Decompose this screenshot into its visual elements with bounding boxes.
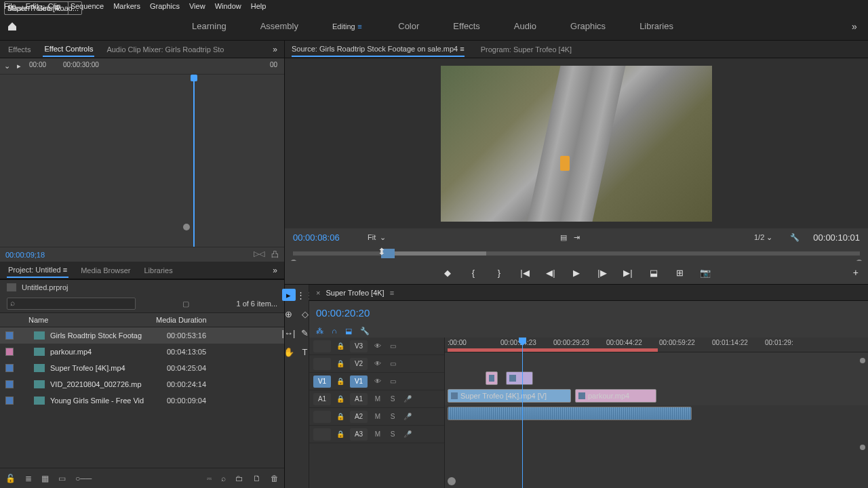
tab-effect-controls[interactable]: Effect Controls: [43, 42, 94, 57]
overflow-icon[interactable]: »: [841, 21, 868, 32]
label-color[interactable]: [5, 396, 14, 405]
clip[interactable]: Super Trofeo [4K].mp4 [V]: [448, 389, 571, 403]
settings-icon[interactable]: 🔧: [360, 327, 370, 336]
go-to-out-icon[interactable]: ▶|: [622, 268, 634, 278]
settings-icon[interactable]: 🔧: [790, 233, 800, 242]
menu-window[interactable]: Window: [215, 2, 241, 10]
track-target[interactable]: V2: [350, 358, 368, 370]
source-patch[interactable]: A1: [313, 393, 331, 405]
solo-icon[interactable]: S: [388, 395, 397, 403]
scroll-thumb[interactable]: [860, 358, 865, 363]
delete-icon[interactable]: 🗑: [271, 474, 279, 483]
clip[interactable]: [486, 371, 498, 385]
ec-toggle-icon[interactable]: 凸: [271, 249, 279, 260]
tab-effects[interactable]: Effects: [7, 43, 32, 56]
menu-view[interactable]: View: [189, 2, 205, 10]
timeline-timecode[interactable]: 00:00:20:20: [316, 307, 370, 319]
lock-icon[interactable]: 🔒: [336, 378, 344, 385]
chevron-down-icon[interactable]: ⌄: [4, 62, 10, 70]
hamburger-icon[interactable]: [357, 22, 364, 30]
label-color[interactable]: [5, 348, 14, 356]
freeform-view-icon[interactable]: ▭: [58, 474, 66, 483]
fit-dropdown[interactable]: Fit ⌄: [368, 233, 386, 242]
ws-effects[interactable]: Effects: [453, 21, 480, 31]
label-color[interactable]: [5, 380, 14, 388]
snap-icon[interactable]: ⁂: [316, 327, 323, 336]
project-item[interactable]: VID_20210804_002726.mp00:00:24:14: [0, 376, 284, 392]
ws-color[interactable]: Color: [398, 21, 419, 31]
timeline-playhead[interactable]: [522, 338, 523, 488]
sort-icon[interactable]: ⎓: [207, 474, 212, 483]
solo-icon[interactable]: S: [388, 413, 397, 420]
timeline-ruler[interactable]: :00:0000:00:14:2300:00:29:2300:00:44:220…: [445, 338, 868, 352]
col-name[interactable]: Name: [0, 316, 156, 324]
lock-icon[interactable]: 🔒: [336, 360, 344, 367]
track-target[interactable]: A1: [350, 393, 368, 405]
project-item[interactable]: Girls Roadtrip Stock Footag00:00:53:16: [0, 327, 284, 344]
timeline-tracks[interactable]: :00:0000:00:14:2300:00:29:2300:00:44:220…: [445, 338, 868, 488]
lock-icon[interactable]: 🔓: [5, 474, 16, 483]
lock-icon[interactable]: 🔒: [336, 430, 344, 438]
track-target[interactable]: A2: [350, 411, 368, 423]
tab-libraries[interactable]: Libraries: [143, 264, 174, 277]
ec-timeline[interactable]: [0, 75, 284, 247]
mute-icon[interactable]: M: [373, 430, 382, 438]
source-patch[interactable]: V1: [313, 375, 331, 388]
ripple-tool[interactable]: ⊕: [282, 308, 296, 320]
tab-project[interactable]: Project: Untitled ≡: [7, 263, 68, 278]
tab-source[interactable]: Source: Girls Roadtrip Stock Footage on …: [292, 42, 465, 57]
source-viewer[interactable]: [285, 58, 868, 228]
eye-icon[interactable]: 👁: [373, 360, 382, 367]
ec-loop-icon[interactable]: ▷◁: [254, 249, 264, 260]
tab-audio-mixer[interactable]: Audio Clip Mixer: Girls Roadtrip Sto: [105, 43, 225, 56]
ec-zoom-handle[interactable]: [183, 224, 190, 230]
voice-icon[interactable]: 🎤: [403, 430, 412, 438]
audio-clip[interactable]: [448, 407, 692, 420]
icon-view-icon[interactable]: ▦: [41, 474, 49, 483]
tab-menu-icon[interactable]: ≡: [390, 289, 394, 297]
step-back-icon[interactable]: ◀|: [545, 268, 557, 278]
tab-media-browser[interactable]: Media Browser: [79, 264, 132, 277]
ec-timecode[interactable]: 00:00:09;18: [5, 251, 45, 259]
solo-icon[interactable]: S: [388, 430, 397, 438]
ws-audio[interactable]: Audio: [514, 21, 536, 31]
mute-icon[interactable]: M: [373, 395, 382, 403]
panel-overflow-icon[interactable]: »: [273, 45, 277, 54]
source-patch[interactable]: [313, 358, 331, 370]
source-ruler[interactable]: ⬍: [293, 246, 860, 261]
output-icon[interactable]: ⇥: [574, 233, 580, 242]
search-input[interactable]: [7, 298, 136, 310]
insert-icon[interactable]: ⬓: [648, 268, 660, 278]
ec-playhead[interactable]: [193, 75, 195, 247]
source-patch[interactable]: [313, 340, 331, 352]
eye-icon[interactable]: 👁: [373, 342, 382, 350]
clip[interactable]: parkour.mp4: [575, 389, 656, 403]
lock-icon[interactable]: 🔒: [336, 413, 344, 420]
timeline-tab-name[interactable]: Super Trofeo [4K]: [326, 289, 384, 297]
close-icon[interactable]: ×: [316, 289, 320, 297]
tab-program[interactable]: Program: Super Trofeo [4K]: [481, 43, 572, 56]
menu-graphics[interactable]: Graphics: [150, 2, 180, 10]
home-icon[interactable]: [0, 12, 24, 41]
new-item-icon[interactable]: 🗋: [253, 474, 261, 483]
out-point-icon[interactable]: }: [493, 268, 505, 278]
list-view-icon[interactable]: ≣: [25, 474, 32, 483]
go-to-in-icon[interactable]: |◀: [519, 268, 531, 278]
linked-selection-icon[interactable]: ∩: [332, 327, 337, 335]
export-frame-icon[interactable]: 📷: [699, 268, 711, 278]
safe-margins-icon[interactable]: ▤: [560, 233, 567, 242]
col-duration[interactable]: Media Duration: [156, 316, 207, 324]
lock-icon[interactable]: 🔒: [336, 342, 344, 350]
project-item[interactable]: Young Girls Smile - Free Vid00:00:09:04: [0, 392, 284, 409]
play-icon[interactable]: ▶: [570, 268, 583, 278]
slip-tool[interactable]: |↔|: [282, 327, 296, 339]
ws-assembly[interactable]: Assembly: [260, 21, 298, 31]
label-color[interactable]: [5, 331, 14, 340]
source-patch[interactable]: [313, 428, 331, 441]
track-target[interactable]: V3: [350, 340, 368, 352]
playhead-cursor-icon[interactable]: ⬍: [378, 246, 386, 257]
filter-icon[interactable]: ▢: [182, 300, 189, 308]
source-patch[interactable]: [313, 411, 331, 423]
play-icon[interactable]: ▸: [17, 62, 21, 70]
menu-help[interactable]: Help: [251, 2, 267, 10]
